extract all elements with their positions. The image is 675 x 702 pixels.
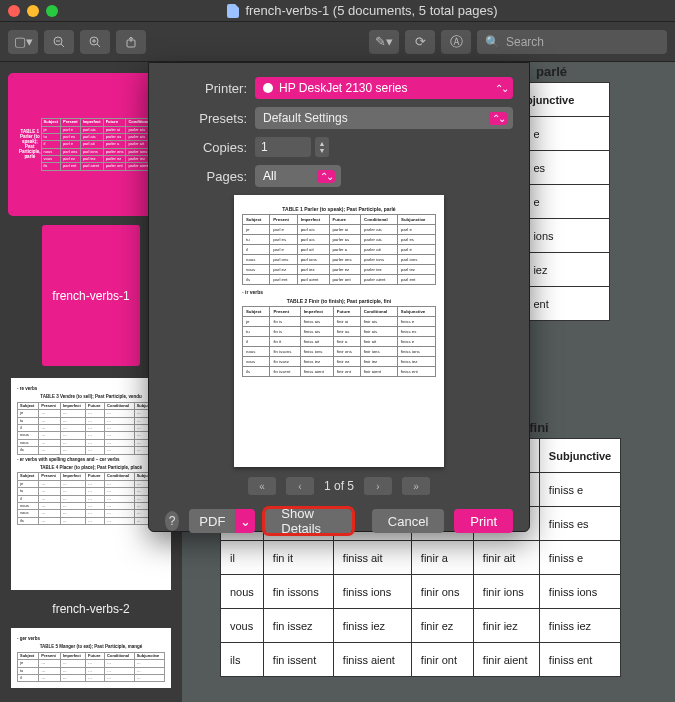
c: fin issent <box>263 643 333 677</box>
doc-heading-1: parlé <box>536 64 567 79</box>
h: Subjunctive <box>539 439 620 473</box>
c: finiss ions <box>333 575 411 609</box>
show-details-label: Show Details <box>281 506 335 536</box>
c: fin issons <box>263 575 333 609</box>
presets-value: Default Settings <box>263 111 348 125</box>
c: fin it <box>263 541 333 575</box>
printer-status-icon <box>263 83 273 93</box>
search-icon: 🔍 <box>485 35 500 49</box>
c: nous <box>221 575 264 609</box>
markup-button[interactable]: Ⓐ <box>441 30 471 54</box>
c: vous <box>221 609 264 643</box>
chevron-updown-icon: ⌃⌄ <box>495 83 507 94</box>
c: finiss e <box>539 473 620 507</box>
c: ils <box>221 643 264 677</box>
search-field[interactable]: 🔍 Search <box>477 30 667 54</box>
rotate-button[interactable]: ⟳ <box>405 30 435 54</box>
thumbnail-2-label: french-verbs-2 <box>52 602 129 616</box>
c: finiss iez <box>539 609 620 643</box>
print-dialog: Printer: HP DeskJet 2130 series ⌃⌄ Prese… <box>148 62 530 532</box>
prev-page-button[interactable]: ‹ <box>286 477 314 495</box>
next-page-button[interactable]: › <box>364 477 392 495</box>
highlight-button[interactable]: ✎▾ <box>369 30 399 54</box>
printer-label: Printer: <box>165 81 247 96</box>
copies-label: Copies: <box>165 140 247 155</box>
close-window-button[interactable] <box>8 5 20 17</box>
c: finir ions <box>473 575 539 609</box>
presets-select[interactable]: Default Settings ⌃⌄ <box>255 107 513 129</box>
pages-select[interactable]: All ⌃⌄ <box>255 165 341 187</box>
thumbnail-2[interactable]: - re verbsTABLE 3 Vendre (to sell); Past… <box>11 378 171 590</box>
window-title-text: french-verbs-1 (5 documents, 5 total pag… <box>245 3 497 18</box>
pdf-label: PDF <box>199 514 225 529</box>
c: finir ont <box>411 643 473 677</box>
c: finir aient <box>473 643 539 677</box>
chevron-down-icon: ▼ <box>319 147 326 154</box>
document-icon <box>227 4 239 18</box>
view-mode-button[interactable]: ▢▾ <box>8 30 38 54</box>
zoom-out-button[interactable] <box>44 30 74 54</box>
pdf-menu-button[interactable]: PDF ⌄ <box>189 509 255 533</box>
c: finiss iez <box>333 609 411 643</box>
share-button[interactable] <box>116 30 146 54</box>
last-page-button[interactable]: » <box>402 477 430 495</box>
print-label: Print <box>470 514 497 529</box>
thumbnail-1[interactable]: TABLE 1 Parler (to speak); Past Particip… <box>11 76 171 213</box>
zoom-in-button[interactable] <box>80 30 110 54</box>
chevron-updown-icon: ⌃⌄ <box>489 112 507 125</box>
cancel-label: Cancel <box>388 514 428 529</box>
zoom-window-button[interactable] <box>46 5 58 17</box>
page-indicator: 1 of 5 <box>324 479 354 493</box>
search-placeholder: Search <box>506 35 544 49</box>
svg-line-4 <box>97 44 100 47</box>
c: finiss ions <box>539 575 620 609</box>
c: finiss aient <box>333 643 411 677</box>
c: finir iez <box>473 609 539 643</box>
minimize-window-button[interactable] <box>27 5 39 17</box>
c: finiss e <box>539 541 620 575</box>
pdf-dropdown-icon[interactable]: ⌄ <box>235 509 255 533</box>
window-controls <box>8 5 58 17</box>
c: finiss es <box>539 507 620 541</box>
preview-pager: « ‹ 1 of 5 › » <box>248 477 430 495</box>
print-button[interactable]: Print <box>454 509 513 533</box>
c: il <box>221 541 264 575</box>
chevron-updown-icon: ⌃⌄ <box>317 170 335 183</box>
c: finir ez <box>411 609 473 643</box>
printer-select[interactable]: HP DeskJet 2130 series ⌃⌄ <box>255 77 513 99</box>
c: finir a <box>411 541 473 575</box>
help-button[interactable]: ? <box>165 511 179 531</box>
thumbnail-3[interactable]: - ger verbsTABLE 5 Manger (to eat); Past… <box>11 628 171 688</box>
c: finiss ait <box>333 541 411 575</box>
c: fin issez <box>263 609 333 643</box>
first-page-button[interactable]: « <box>248 477 276 495</box>
c: finir ait <box>473 541 539 575</box>
toolbar: ▢▾ ✎▾ ⟳ Ⓐ 🔍 Search <box>0 22 675 62</box>
copies-input[interactable]: 1 <box>255 137 311 157</box>
presets-label: Presets: <box>165 111 247 126</box>
svg-line-1 <box>61 44 64 47</box>
thumbnail-1-label: french-verbs-1 <box>42 225 139 366</box>
c: finir ons <box>411 575 473 609</box>
printer-value: HP DeskJet 2130 series <box>279 81 408 95</box>
copies-value: 1 <box>261 140 268 154</box>
cancel-button[interactable]: Cancel <box>372 509 444 533</box>
copies-stepper[interactable]: ▲▼ <box>315 137 329 157</box>
print-preview-page: TABLE 1 Parler (to speak); Past Particip… <box>234 195 444 467</box>
c: finiss ent <box>539 643 620 677</box>
chevron-up-icon: ▲ <box>319 140 326 147</box>
show-details-button[interactable]: Show Details <box>265 509 351 533</box>
window-title: french-verbs-1 (5 documents, 5 total pag… <box>58 3 667 18</box>
pages-value: All <box>263 169 276 183</box>
pages-label: Pages: <box>165 169 247 184</box>
titlebar: french-verbs-1 (5 documents, 5 total pag… <box>0 0 675 22</box>
